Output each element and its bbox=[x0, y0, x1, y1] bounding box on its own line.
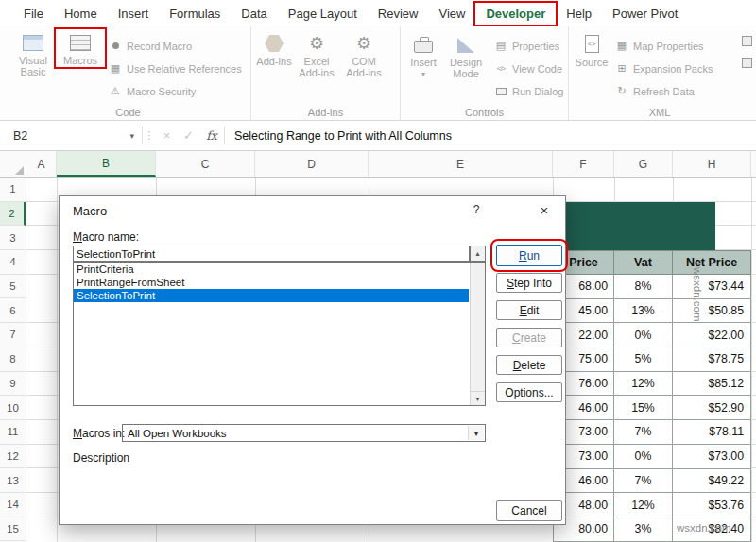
tab-formulas[interactable]: Formulas bbox=[159, 3, 231, 25]
scroll-down-icon[interactable]: ▼ bbox=[470, 391, 485, 405]
column-header-d[interactable]: D bbox=[255, 151, 369, 177]
addins-button[interactable]: Add-ins bbox=[255, 30, 293, 67]
net-price-cell[interactable]: $53.76 bbox=[673, 493, 751, 517]
tab-file[interactable]: File bbox=[13, 3, 54, 25]
dropdown-arrow-icon[interactable]: ▾ bbox=[468, 426, 484, 440]
net-price-cell[interactable]: $78.75 bbox=[673, 347, 751, 372]
expansion-packs-button[interactable]: ⊞ Expansion Packs bbox=[615, 62, 713, 75]
header-net-price[interactable]: Net Price bbox=[673, 250, 751, 275]
run-dialog-button[interactable]: Run Dialog bbox=[494, 85, 563, 97]
vat-cell[interactable]: 8% bbox=[614, 275, 673, 299]
vat-cell[interactable]: 0% bbox=[614, 445, 673, 469]
name-box-dropdown-icon[interactable]: ▾ bbox=[129, 131, 134, 141]
insert-function-icon[interactable]: fx bbox=[199, 128, 224, 143]
properties-button[interactable]: ▤ Properties bbox=[494, 40, 563, 52]
tab-page-layout[interactable]: Page Layout bbox=[278, 3, 368, 25]
name-box[interactable]: B2 ▾ bbox=[0, 121, 142, 150]
row-header-15[interactable]: 15 bbox=[0, 517, 26, 542]
net-price-cell[interactable]: $73.44 bbox=[673, 275, 751, 299]
vat-cell[interactable]: 13% bbox=[614, 299, 673, 324]
column-header-h[interactable]: H bbox=[673, 151, 751, 177]
import-icon[interactable] bbox=[742, 36, 752, 46]
tab-help[interactable]: Help bbox=[556, 3, 602, 25]
row-header-8[interactable]: 8 bbox=[0, 347, 26, 372]
macros-in-dropdown[interactable]: All Open Workbooks ▾ bbox=[122, 424, 486, 442]
net-price-cell[interactable]: $50.85 bbox=[673, 299, 751, 324]
row-header-2[interactable]: 2 bbox=[0, 202, 26, 227]
macro-security-button[interactable]: ⚠ Macro Security bbox=[109, 85, 242, 97]
run-button[interactable]: Run bbox=[496, 245, 562, 266]
cancel-entry-icon[interactable]: × bbox=[156, 128, 178, 143]
column-header-c[interactable]: C bbox=[156, 151, 255, 177]
help-icon[interactable]: ? bbox=[461, 196, 491, 223]
step-into-button[interactable]: Step Into bbox=[496, 273, 562, 293]
formula-text[interactable]: Selecting Range to Print with All Column… bbox=[234, 129, 452, 143]
vat-cell[interactable]: 12% bbox=[614, 372, 673, 397]
use-relative-references-button[interactable]: ▦ Use Relative References bbox=[109, 62, 242, 75]
column-header-e[interactable]: E bbox=[369, 151, 553, 177]
vat-cell[interactable]: 3% bbox=[614, 517, 673, 542]
tab-data[interactable]: Data bbox=[231, 3, 277, 25]
tab-power-pivot[interactable]: Power Pivot bbox=[602, 3, 688, 25]
select-all-corner[interactable] bbox=[0, 151, 26, 178]
map-properties-button[interactable]: ▦ Map Properties bbox=[615, 40, 713, 52]
net-price-cell[interactable]: $22.00 bbox=[673, 323, 751, 347]
vat-cell[interactable]: 0% bbox=[614, 323, 673, 347]
row-header-13[interactable]: 13 bbox=[0, 468, 26, 493]
list-item[interactable]: PrintCriteria bbox=[74, 263, 469, 276]
excel-addins-button[interactable]: ⚙ Excel Add-ins bbox=[293, 30, 340, 78]
column-header-f[interactable]: F bbox=[553, 151, 614, 177]
insert-controls-button[interactable]: Insert ▾ bbox=[404, 30, 442, 77]
tab-view[interactable]: View bbox=[428, 3, 475, 25]
vat-cell[interactable]: 12% bbox=[614, 493, 673, 517]
row-header-3[interactable]: 3 bbox=[0, 226, 26, 250]
vat-cell[interactable]: 5% bbox=[614, 347, 673, 372]
com-addins-button[interactable]: ⚙ COM Add-ins bbox=[340, 30, 387, 78]
design-mode-button[interactable]: Design Mode bbox=[442, 30, 490, 79]
confirm-entry-icon[interactable]: ✓ bbox=[178, 128, 199, 143]
tab-review[interactable]: Review bbox=[368, 3, 429, 25]
column-header-a[interactable]: A bbox=[26, 151, 57, 177]
formula-bar-handle-icon[interactable]: ⋮ bbox=[143, 129, 156, 142]
cancel-button[interactable]: Cancel bbox=[496, 500, 562, 521]
macros-button[interactable]: Macros bbox=[57, 30, 104, 66]
row-header-14[interactable]: 14 bbox=[0, 493, 26, 517]
scrollbar-track[interactable] bbox=[470, 263, 485, 391]
row-header-6[interactable]: 6 bbox=[0, 298, 26, 323]
header-vat[interactable]: Vat bbox=[614, 250, 673, 275]
row-header-9[interactable]: 9 bbox=[0, 372, 26, 397]
net-price-cell[interactable]: $49.22 bbox=[673, 469, 751, 494]
vat-cell[interactable]: 7% bbox=[614, 469, 673, 494]
column-header-b[interactable]: B bbox=[57, 151, 156, 177]
view-code-button[interactable]: </> View Code bbox=[494, 62, 563, 75]
edit-button[interactable]: Edit bbox=[496, 300, 562, 320]
visual-basic-button[interactable]: Visual Basic bbox=[9, 30, 57, 77]
net-price-cell[interactable]: $73.00 bbox=[673, 445, 751, 469]
macro-name-input[interactable] bbox=[73, 246, 470, 262]
row-header-7[interactable]: 7 bbox=[0, 323, 26, 347]
net-price-cell[interactable]: $78.11 bbox=[673, 420, 751, 445]
tab-insert[interactable]: Insert bbox=[108, 3, 160, 25]
column-header-g[interactable]: G bbox=[614, 151, 673, 177]
export-icon[interactable] bbox=[742, 58, 752, 68]
row-header-11[interactable]: 11 bbox=[0, 420, 26, 445]
delete-button[interactable]: Delete bbox=[496, 355, 562, 375]
row-header-5[interactable]: 5 bbox=[0, 275, 26, 299]
source-button[interactable]: <> Source bbox=[573, 30, 610, 68]
row-header-10[interactable]: 10 bbox=[0, 396, 26, 420]
tab-developer[interactable]: Developer bbox=[475, 3, 556, 25]
net-price-cell[interactable]: $52.90 bbox=[673, 396, 751, 420]
vat-cell[interactable]: 7% bbox=[614, 420, 673, 445]
refresh-data-button[interactable]: ↻ Refresh Data bbox=[615, 85, 713, 97]
record-macro-button[interactable]: Record Macro bbox=[109, 40, 242, 52]
row-header-4[interactable]: 4 bbox=[0, 250, 26, 275]
list-item-selected[interactable]: SelectionToPrint bbox=[74, 289, 469, 302]
close-icon[interactable]: × bbox=[524, 196, 565, 223]
net-price-cell[interactable]: $85.12 bbox=[673, 372, 751, 397]
tab-home[interactable]: Home bbox=[54, 3, 108, 25]
list-item[interactable]: PrintRangeFromSheet bbox=[74, 276, 469, 289]
options-button[interactable]: Options... bbox=[496, 382, 562, 402]
row-header-1[interactable]: 1 bbox=[0, 178, 26, 202]
vat-cell[interactable]: 15% bbox=[614, 396, 673, 420]
row-header-12[interactable]: 12 bbox=[0, 445, 26, 469]
